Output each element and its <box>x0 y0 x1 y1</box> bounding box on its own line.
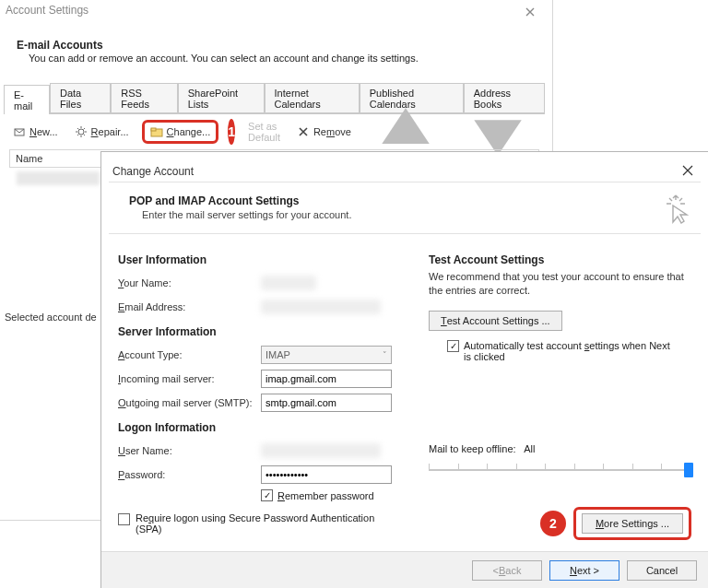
pop-imap-sub: Enter the mail server settings for your … <box>142 209 351 220</box>
email-accounts-description: You can add or remove an account. You ca… <box>29 53 419 64</box>
tab-internet-cal[interactable]: Internet Calendars <box>265 83 360 113</box>
close-button[interactable] <box>517 2 543 22</box>
auto-test-row[interactable]: ✓ Automatically test account settings wh… <box>447 340 691 362</box>
left-form: User Information Your Name: Email Addres… <box>118 250 413 535</box>
test-account-button[interactable]: Test Account Settings ... <box>429 311 562 331</box>
logon-info-heading: Logon Information <box>118 421 413 434</box>
x-icon <box>297 125 310 138</box>
tab-rss[interactable]: RSS Feeds <box>111 83 177 113</box>
incoming-input[interactable] <box>261 370 392 388</box>
spa-row[interactable]: Require logon using Secure Password Auth… <box>118 512 413 535</box>
slider-thumb[interactable] <box>684 463 693 477</box>
tab-data-files[interactable]: Data Files <box>50 83 111 113</box>
offline-slider[interactable] <box>429 460 691 480</box>
test-heading: Test Account Settings <box>429 253 691 266</box>
password-input[interactable] <box>261 465 392 484</box>
account-type-value: IMAP <box>266 349 290 360</box>
change-account-dialog: Change Account POP and IMAP Account Sett… <box>100 151 708 588</box>
more-settings-button[interactable]: More Settings ... <box>582 513 683 534</box>
test-desc: We recommend that you test your account … <box>429 270 691 298</box>
username-value-redacted[interactable] <box>261 443 381 458</box>
outgoing-label: Outgoing mail server (SMTP): <box>118 397 261 408</box>
back-button: < Back <box>472 560 542 581</box>
yourname-label: Your Name: <box>118 277 261 288</box>
outgoing-input[interactable] <box>261 394 392 412</box>
account-row-redacted[interactable] <box>17 171 100 185</box>
remove-label: Remove <box>313 126 351 137</box>
username-label: User Name: <box>118 445 261 456</box>
next-button[interactable]: Next > <box>549 560 620 581</box>
cancel-button[interactable]: Cancel <box>627 560 697 581</box>
incoming-label: Incoming mail server: <box>118 373 261 384</box>
tab-email[interactable]: E-mail <box>4 85 50 114</box>
annotation-1: 1 <box>228 119 235 145</box>
close-icon <box>682 165 693 176</box>
auto-test-label: Automatically test account settings when… <box>464 340 676 362</box>
user-info-heading: User Information <box>118 253 413 266</box>
remember-password-row[interactable]: ✓ Remember password <box>261 489 413 501</box>
more-settings-area: 2 More Settings ... <box>540 507 691 540</box>
dialog-title: Change Account <box>112 165 194 178</box>
offline-value: All <box>524 443 535 454</box>
yourname-value-redacted[interactable] <box>261 276 316 290</box>
dialog-close-button[interactable] <box>678 161 697 180</box>
selected-account-text: Selected account de <box>5 312 97 323</box>
gear-icon <box>75 125 88 138</box>
chevron-down-icon: ˅ <box>383 350 387 359</box>
annotation-2: 2 <box>540 511 566 536</box>
account-type-label: Account Type: <box>118 349 261 360</box>
repair-label: Repair... <box>91 126 129 137</box>
svg-point-1 <box>78 129 84 135</box>
pop-imap-heading: POP and IMAP Account Settings <box>129 194 299 207</box>
account-toolbar: New... Repair... Change... 1 Set as Defa… <box>9 122 539 142</box>
server-info-heading: Server Information <box>118 325 413 338</box>
account-type-select: IMAP ˅ <box>261 346 392 364</box>
spa-checkbox[interactable] <box>118 513 130 525</box>
new-button[interactable]: New... <box>9 123 62 140</box>
offline-label: Mail to keep offline: All <box>429 443 691 454</box>
window-title: Account Settings <box>6 4 88 17</box>
remember-checkbox[interactable]: ✓ <box>261 489 273 501</box>
repair-button[interactable]: Repair... <box>71 123 133 140</box>
svg-rect-3 <box>151 128 156 131</box>
email-value-redacted[interactable] <box>261 300 381 314</box>
email-accounts-heading: E-mail Accounts <box>17 39 103 52</box>
new-icon <box>13 125 26 138</box>
cursor-click-icon <box>662 193 690 226</box>
change-button[interactable]: Change... <box>150 125 211 138</box>
folder-icon <box>150 125 163 138</box>
tab-sharepoint[interactable]: SharePoint Lists <box>178 83 265 113</box>
remove-button[interactable]: Remove <box>293 123 355 140</box>
change-button-highlight: Change... <box>142 120 219 144</box>
more-settings-highlight: More Settings ... <box>573 507 691 540</box>
dialog-footer: < Back Next > Cancel <box>101 551 708 588</box>
change-label: Change... <box>167 126 211 137</box>
close-icon <box>525 7 535 17</box>
auto-test-checkbox[interactable]: ✓ <box>447 340 459 352</box>
remember-label: Remember password <box>277 490 374 501</box>
new-label: New... <box>30 126 58 137</box>
set-default-button: Set as Default <box>244 119 284 145</box>
password-label: Password: <box>118 469 261 480</box>
spa-label: Require logon using Secure Password Auth… <box>136 512 403 535</box>
right-form: Test Account Settings We recommend that … <box>429 250 691 480</box>
email-label: Email Address: <box>118 301 261 312</box>
